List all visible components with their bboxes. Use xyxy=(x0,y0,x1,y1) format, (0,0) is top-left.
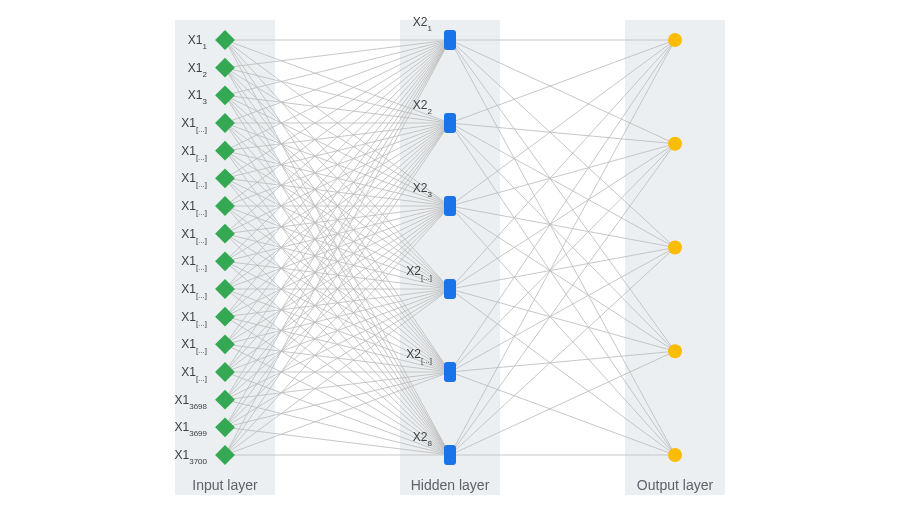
input-node-label-sub: [...] xyxy=(196,152,207,161)
output-node xyxy=(668,137,682,151)
output-node xyxy=(668,448,682,462)
hidden-node xyxy=(444,30,456,50)
input-node-label-sub: 3 xyxy=(203,97,208,106)
diagram-canvas: X11X12X13X1[...]X1[...]X1[...]X1[...]X1[… xyxy=(0,0,900,507)
output-node xyxy=(668,344,682,358)
input-node-label-sub: [...] xyxy=(196,346,207,355)
hidden-node xyxy=(444,196,456,216)
input-node-label-sub: [...] xyxy=(196,263,207,272)
hidden-node xyxy=(444,279,456,299)
input-node-label-sub: [...] xyxy=(196,235,207,244)
input-node-label-sub: 3699 xyxy=(189,429,207,438)
layer-label-hidden: Hidden layer xyxy=(411,477,490,493)
hidden-node-label-sub: 8 xyxy=(428,439,433,448)
hidden-node-label-sub: 1 xyxy=(428,24,433,33)
input-node-label-sub: [...] xyxy=(196,291,207,300)
input-node-label-sub: [...] xyxy=(196,208,207,217)
hidden-node-label-sub: [...] xyxy=(421,356,432,365)
hidden-node xyxy=(444,113,456,133)
hidden-node-label-sub: [...] xyxy=(421,273,432,282)
input-node-label-sub: [...] xyxy=(196,374,207,383)
input-node-label-sub: [...] xyxy=(196,318,207,327)
input-node-label-sub: 1 xyxy=(203,42,208,51)
input-node-label-sub: [...] xyxy=(196,180,207,189)
output-node xyxy=(668,241,682,255)
hidden-node-label-sub: 3 xyxy=(428,190,433,199)
layer-label-input: Input layer xyxy=(192,477,258,493)
hidden-node xyxy=(444,362,456,382)
input-node-label-sub: 3698 xyxy=(189,401,207,410)
hidden-node-label-sub: 2 xyxy=(428,107,433,116)
input-node-label-sub: 3700 xyxy=(189,457,207,466)
input-node-label-sub: 2 xyxy=(203,69,208,78)
input-node-label-sub: [...] xyxy=(196,125,207,134)
layer-label-output: Output layer xyxy=(637,477,714,493)
output-node xyxy=(668,33,682,47)
hidden-node xyxy=(444,445,456,465)
